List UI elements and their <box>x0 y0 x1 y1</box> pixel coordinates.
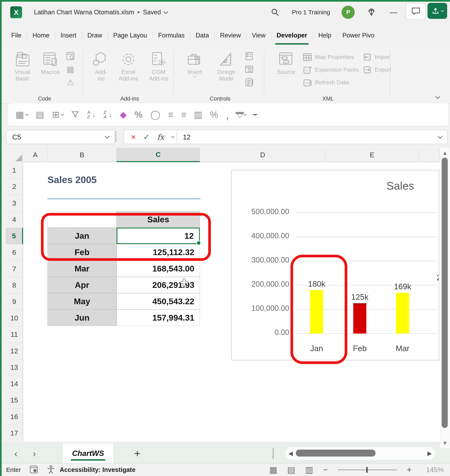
row-header-7[interactable]: 7 <box>6 261 23 277</box>
row-header-9[interactable]: 9 <box>6 294 23 310</box>
page-break-view-icon[interactable]: ▥ <box>305 465 313 475</box>
tab-power-pivo[interactable]: Power Pivo <box>337 23 380 48</box>
collapse-toolbar-icon[interactable] <box>254 114 256 115</box>
row-header-13[interactable]: 13 <box>6 359 23 376</box>
tab-file[interactable]: File <box>6 23 27 48</box>
sheet-tab-chartws[interactable]: ChartWS <box>63 443 113 463</box>
row-header-17[interactable]: 17 <box>6 425 23 441</box>
month-cell-mar[interactable]: Mar <box>47 260 117 277</box>
vertical-scrollbar[interactable]: ▲ ▼ <box>440 148 450 448</box>
zoom-slider[interactable] <box>338 470 397 470</box>
column-header-c[interactable]: C <box>117 148 200 162</box>
export-button[interactable]: Export <box>362 63 391 76</box>
relative-references-icon[interactable]: ▦ <box>65 64 75 74</box>
borders-icon[interactable]: ◇ <box>237 112 246 118</box>
excel-add-ins-button[interactable]: Excel Add-ins <box>114 51 143 82</box>
com-add-ins-button[interactable]: COM Add-ins <box>144 51 173 82</box>
insert-control-button[interactable]: Insert <box>182 51 207 77</box>
tab-data[interactable]: Data <box>190 23 214 48</box>
column-header-e[interactable]: E <box>326 148 419 162</box>
row-header-15[interactable]: 15 <box>6 392 23 409</box>
sheet-canvas[interactable]: Sales 2005 SalesJan12Feb125,112.32Mar168… <box>23 162 441 441</box>
normal-view-icon[interactable]: ▦ <box>269 465 277 475</box>
tab-page-layou[interactable]: Page Layou <box>108 23 153 48</box>
collapse-ribbon-icon[interactable] <box>435 94 440 99</box>
draw-table-icon[interactable]: ▦ <box>16 110 28 119</box>
scroll-down-icon[interactable]: ▼ <box>440 440 450 446</box>
chevron-down-icon[interactable] <box>163 9 168 14</box>
zoom-in-button[interactable]: + <box>407 465 412 474</box>
design-mode-button[interactable]: Design Mode <box>210 51 243 82</box>
scroll-up-icon[interactable]: ▲ <box>440 150 450 156</box>
percent-style-icon[interactable]: % <box>135 110 142 119</box>
record-macro-icon[interactable] <box>65 51 75 61</box>
scroll-right-icon[interactable]: ▶ <box>427 447 432 460</box>
row-header-2[interactable]: 2 <box>6 179 23 195</box>
macro-security-icon[interactable]: ⚠ <box>65 77 75 87</box>
value-cell-jun[interactable]: 157,994.31 <box>117 310 200 326</box>
zoom-level[interactable]: 145% <box>421 466 444 474</box>
row-header-10[interactable]: 10 <box>6 310 23 326</box>
tab-review[interactable]: Review <box>215 23 247 48</box>
map-properties-button[interactable]: Map Properties <box>303 51 359 63</box>
cell-title[interactable]: Sales 2005 <box>47 174 96 185</box>
bar-mar[interactable] <box>396 293 409 333</box>
tab-home[interactable]: Home <box>27 23 55 48</box>
accessibility-icon[interactable] <box>47 465 55 475</box>
tab-help[interactable]: Help <box>313 23 337 48</box>
accessibility-status[interactable]: Accessibility: Investigate <box>60 466 136 474</box>
horizontal-scrollbar[interactable]: ◀ ▶ <box>285 446 435 460</box>
row-header-5[interactable]: 5 <box>6 228 23 244</box>
comments-button[interactable] <box>406 3 426 20</box>
search-icon[interactable] <box>270 7 280 18</box>
expansion-packs-button[interactable]: <> Expansion Packs <box>303 63 359 76</box>
sort-az-icon[interactable]: AZ↓ <box>87 110 96 119</box>
horizontal-scroll-thumb[interactable] <box>296 450 376 457</box>
zoom-slider-thumb[interactable] <box>366 467 368 473</box>
month-cell-jun[interactable]: Jun <box>47 310 117 326</box>
filter-icon[interactable] <box>71 111 79 119</box>
column-header-a[interactable]: A <box>23 148 47 162</box>
zoom-out-button[interactable]: − <box>323 465 328 474</box>
cancel-entry-button[interactable]: × <box>131 133 136 142</box>
vertical-scroll-thumb[interactable] <box>442 158 448 428</box>
row-header-4[interactable]: 4 <box>6 211 23 228</box>
refresh-data-button[interactable]: <> Refresh Data <box>303 76 359 89</box>
import-button[interactable]: Import <box>362 51 391 63</box>
comma-icon[interactable]: , <box>226 112 229 117</box>
record-macro-status-icon[interactable] <box>30 465 38 475</box>
add-sheet-button[interactable]: + <box>134 443 140 463</box>
table-icon[interactable]: ▤ <box>36 110 44 119</box>
view-code-icon[interactable] <box>244 64 254 74</box>
share-button[interactable] <box>427 3 447 19</box>
row-header-1[interactable]: 1 <box>6 162 23 179</box>
add-ins-button[interactable]: Add- ins <box>89 51 112 82</box>
scroll-left-icon[interactable]: ◀ <box>288 447 293 460</box>
confirm-entry-button[interactable]: ✓ <box>143 133 150 141</box>
source-button[interactable]: Source <box>273 51 299 75</box>
row-header-16[interactable]: 16 <box>6 409 23 425</box>
chart-title[interactable]: Sales <box>379 179 422 192</box>
column-header-d[interactable]: D <box>200 148 326 162</box>
document-title[interactable]: Latihan Chart Warna Otomatis.xlsm • Save… <box>34 9 167 16</box>
align-justify-icon[interactable]: ≡ <box>181 110 186 119</box>
bar-apr[interactable] <box>439 284 439 333</box>
prev-sheet-button[interactable]: ‹ <box>14 443 17 463</box>
tab-developer[interactable]: Developer <box>271 23 313 48</box>
column-header-partial[interactable] <box>419 148 440 162</box>
row-header-8[interactable]: 8 <box>6 277 23 294</box>
select-all-corner[interactable] <box>6 148 24 163</box>
shape-fill-icon[interactable]: ◆ <box>120 110 127 119</box>
chevron-down-icon[interactable] <box>105 134 110 139</box>
visual-basic-button[interactable]: Visual Basic <box>9 51 36 82</box>
row-header-11[interactable]: 11 <box>6 326 23 343</box>
macros-button[interactable]: Macros <box>37 51 64 75</box>
expand-formula-bar-icon[interactable] <box>438 134 443 139</box>
percent-icon[interactable]: % <box>210 110 218 119</box>
row-header-12[interactable]: 12 <box>6 343 23 359</box>
page-layout-view-icon[interactable]: ▤ <box>287 465 295 475</box>
bar-feb[interactable] <box>353 303 366 333</box>
month-cell-apr[interactable]: Apr <box>47 277 117 293</box>
next-sheet-button[interactable]: › <box>33 443 36 463</box>
row-header-6[interactable]: 6 <box>6 244 23 261</box>
